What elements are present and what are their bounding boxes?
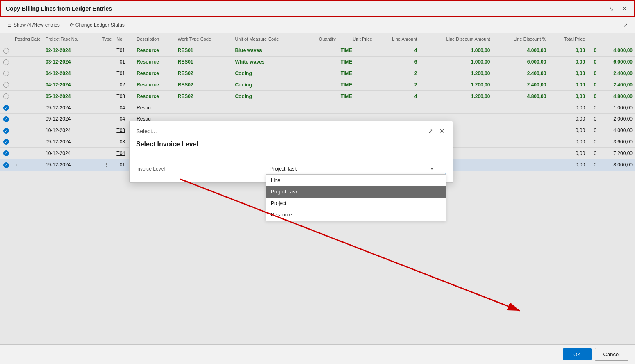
- dialog-header: Select... ⤢ ✕: [130, 121, 453, 139]
- dropdown-option-project-task[interactable]: Project Task: [266, 186, 446, 198]
- dropdown-option-resource[interactable]: Resource: [266, 209, 446, 221]
- dialog-body: Invoice Level Project Task ▾ Line Projec…: [130, 155, 453, 182]
- dialog-title: Select...: [136, 128, 157, 134]
- dotted-separator: [195, 169, 256, 169]
- dialog-header-buttons: ⤢ ✕: [426, 126, 446, 136]
- invoice-level-label: Invoice Level: [136, 166, 185, 172]
- select-dialog: Select... ⤢ ✕ Select Invoice Level Invoi…: [129, 121, 453, 183]
- selected-value: Project Task: [270, 166, 297, 172]
- dropdown-option-project[interactable]: Project: [266, 198, 446, 209]
- dropdown-list: Line Project Task Project Resource: [266, 174, 446, 221]
- dialog-close-button[interactable]: ✕: [437, 126, 446, 136]
- invoice-level-row: Invoice Level Project Task ▾ Line Projec…: [136, 164, 446, 174]
- dropdown-option-line[interactable]: Line: [266, 175, 446, 186]
- invoice-level-select[interactable]: Project Task ▾: [266, 164, 446, 174]
- chevron-down-icon: ▾: [431, 166, 433, 172]
- dialog-expand-button[interactable]: ⤢: [426, 126, 435, 136]
- invoice-level-select-wrapper: Project Task ▾ Line Project Task Project…: [266, 164, 446, 174]
- dialog-subtitle: Select Invoice Level: [130, 139, 453, 155]
